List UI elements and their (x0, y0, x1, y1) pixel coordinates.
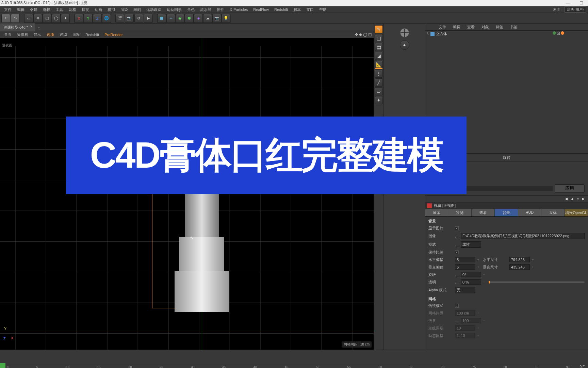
axis-z-toggle[interactable]: Z (93, 14, 102, 23)
attr-home-button[interactable]: ⌂ (577, 197, 579, 201)
spline-primitive[interactable]: 〰 (166, 14, 175, 23)
menu-xparticles[interactable]: X-Particles (227, 7, 250, 12)
environment-primitive[interactable]: ☁ (203, 14, 212, 23)
rotate-tool[interactable]: ◯ (52, 14, 61, 23)
redo-button[interactable]: ↷ (11, 14, 20, 23)
rotation-input[interactable]: 0° (461, 272, 481, 277)
obj-tab-objects[interactable]: 对象 (478, 24, 492, 30)
texture-mode-button[interactable]: ▤ (375, 43, 383, 51)
hsize-input[interactable]: 794.826 (509, 257, 530, 262)
attr-tab-hud[interactable]: HUD (518, 209, 541, 216)
vp-menu-camera[interactable]: 摄像机 (14, 31, 31, 38)
tweak-button[interactable]: ✦ (375, 96, 383, 104)
menu-snap[interactable]: 捕捉 (79, 6, 92, 13)
scale-tool[interactable]: ◫ (43, 14, 51, 23)
attr-tab-background[interactable]: 背景 (495, 209, 518, 216)
obj-tab-file[interactable]: 文件 (435, 24, 450, 30)
make-editable-button[interactable]: ✎ (375, 25, 383, 33)
new-tab-button[interactable]: + (35, 26, 43, 30)
workplane-button[interactable]: ◢ (375, 52, 383, 60)
move-tool[interactable]: ✥ (33, 14, 42, 23)
voffset-input[interactable]: 6 (455, 264, 475, 270)
timeline-ruler[interactable]: 051015202530354045505560657075808590 0 F (0, 363, 588, 368)
keep-ratio-checkbox[interactable]: ✓ (455, 250, 459, 254)
vp-menu-prorender[interactable]: ProRender (102, 32, 125, 37)
nurbs-primitive[interactable]: ◉ (176, 14, 184, 23)
tag-icon[interactable]: ☑ (557, 31, 560, 36)
light-primitive[interactable]: 💡 (222, 14, 230, 23)
edge-mode-button[interactable]: ╱ (375, 78, 383, 87)
object-tag[interactable] (561, 31, 564, 35)
close-icon[interactable]: ✕ (30, 25, 33, 28)
menu-select[interactable]: 选择 (40, 6, 53, 13)
minimize-button[interactable]: — (561, 0, 574, 6)
polygon-mode-button[interactable]: ▱ (375, 87, 383, 95)
nav-cross-icon[interactable] (399, 27, 410, 38)
select-tool[interactable]: ▭ (24, 14, 33, 23)
obj-tab-edit[interactable]: 编辑 (450, 24, 464, 30)
menu-character[interactable]: 角色 (184, 6, 197, 13)
undo-button[interactable]: ↶ (1, 14, 10, 23)
layout-dropdown[interactable]: 启动 (用户) (565, 6, 586, 13)
world-axis-toggle[interactable]: 🌐 (102, 14, 111, 23)
material-manager[interactable] (0, 350, 588, 363)
alpha-mode-dropdown[interactable]: 无 (455, 287, 475, 293)
legacy-mode-checkbox[interactable]: ✓ (455, 304, 459, 308)
menu-animate[interactable]: 动画 (92, 6, 105, 13)
vp-menu-filter[interactable]: 过滤 (57, 31, 70, 38)
vp-maximize-icon[interactable]: ◫ (368, 32, 372, 37)
menu-pipeline[interactable]: 流水线 (197, 6, 214, 13)
menu-help[interactable]: 帮助 (316, 6, 329, 13)
record-button[interactable]: ● (400, 40, 409, 50)
lastused-tool[interactable]: ✦ (61, 14, 70, 23)
render-view-button[interactable]: 🎬 (115, 14, 124, 23)
vp-zoom-icon[interactable]: ⊕ (359, 32, 362, 37)
vp-orbit-icon[interactable]: ◯ (363, 32, 367, 37)
visibility-tag[interactable] (553, 31, 556, 35)
attr-prev-button[interactable]: ◀ (565, 197, 568, 201)
generator-primitive[interactable]: ⬢ (185, 14, 194, 23)
camera-primitive[interactable]: 📷 (212, 14, 221, 23)
menu-create[interactable]: 创建 (27, 6, 40, 13)
menu-simulate[interactable]: 模拟 (105, 6, 118, 13)
menu-sculpt[interactable]: 雕刻 (131, 6, 144, 13)
attr-tab-view[interactable]: 查看 (472, 209, 495, 216)
vsize-input[interactable]: 435.246 (509, 264, 530, 270)
render-region-button[interactable]: 📷 (125, 14, 134, 23)
attr-up-button[interactable]: ▲ (570, 197, 574, 201)
vp-menu-display[interactable]: 显示 (31, 31, 44, 38)
menu-realflow[interactable]: RealFlow (250, 7, 272, 12)
vp-menu-panel[interactable]: 面板 (70, 31, 83, 38)
hoffset-input[interactable]: 5 (455, 257, 475, 262)
menu-render[interactable]: 渲染 (118, 6, 131, 13)
cube-primitive[interactable]: ▦ (157, 14, 166, 23)
render-queue-button[interactable]: ▶ (144, 14, 153, 23)
timeline-playhead[interactable] (0, 363, 5, 368)
attr-tab-opengl[interactable]: 增强OpenGL (565, 209, 588, 216)
menu-plugins[interactable]: 插件 (214, 6, 227, 13)
menu-file[interactable]: 文件 (1, 6, 14, 13)
obj-tab-bookmarks[interactable]: 书签 (507, 24, 521, 30)
maximize-button[interactable]: ☐ (574, 0, 588, 6)
render-settings-button[interactable]: ⚙ (134, 14, 143, 23)
transparency-slider[interactable] (489, 281, 585, 283)
point-mode-button[interactable]: ⋮ (375, 70, 383, 78)
obj-tab-view[interactable]: 查看 (464, 24, 478, 30)
model-mode-button[interactable]: ◫ (375, 34, 383, 42)
menu-redshift[interactable]: Redshift (272, 7, 291, 12)
axis-x-toggle[interactable]: X (75, 14, 83, 23)
vp-menu-redshift[interactable]: Redshift (83, 32, 102, 37)
menu-edit[interactable]: 编辑 (14, 6, 27, 13)
deformer-primitive[interactable]: ◈ (194, 14, 203, 23)
file-tab-active[interactable]: 讲课模型.c4d * ✕ (0, 24, 35, 31)
axis-mode-button[interactable]: 📐 (375, 61, 383, 69)
menu-mograph[interactable]: 运动图形 (164, 6, 184, 13)
menu-window[interactable]: 窗口 (304, 6, 316, 13)
axis-y-toggle[interactable]: Y (84, 14, 93, 23)
mode-dropdown[interactable]: 线性 (461, 241, 481, 248)
vp-menu-view[interactable]: 查看 (1, 31, 14, 38)
image-path-input[interactable]: F:\C4D教程\教学案例\口红\三视图\QQ截图20211012223922.… (461, 233, 585, 239)
transparency-input[interactable]: 0 % (461, 279, 481, 285)
menu-motiontrack[interactable]: 运动跟踪 (144, 6, 164, 13)
attr-next-button[interactable]: ▶ (582, 197, 585, 201)
